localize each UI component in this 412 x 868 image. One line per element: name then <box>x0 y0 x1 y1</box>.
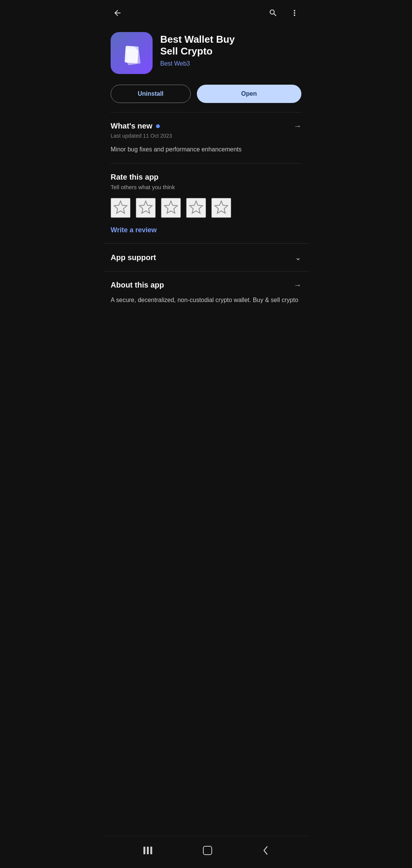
back-button[interactable] <box>111 6 124 20</box>
write-review-button[interactable]: Write a review <box>111 226 157 234</box>
app-support-header[interactable]: App support ⌄ <box>111 253 301 262</box>
whats-new-header[interactable]: What's new → <box>111 122 301 130</box>
svg-rect-5 <box>150 847 152 854</box>
app-header: Best Wallet BuySell Crypto Best Web3 <box>103 26 309 82</box>
bottom-nav-bar <box>103 836 309 868</box>
about-app-description: A secure, decentralized, non-custodial c… <box>111 296 301 305</box>
open-button[interactable]: Open <box>197 85 302 103</box>
new-indicator-dot <box>156 124 160 128</box>
rate-app-title: Rate this app <box>111 173 301 182</box>
star-4-button[interactable] <box>186 198 206 218</box>
stars-row <box>111 198 301 218</box>
app-name: Best Wallet BuySell Crypto <box>160 34 301 57</box>
svg-rect-3 <box>143 847 145 854</box>
svg-rect-6 <box>203 846 212 855</box>
app-support-section: App support ⌄ <box>103 243 309 271</box>
star-3-button[interactable] <box>161 198 181 218</box>
home-nav-button[interactable] <box>195 842 220 858</box>
whats-new-arrow-icon: → <box>294 122 301 130</box>
rate-app-subtitle: Tell others what you think <box>111 184 301 190</box>
app-icon <box>111 32 153 74</box>
app-developer: Best Web3 <box>160 60 301 67</box>
about-app-header[interactable]: About this app → <box>111 281 301 289</box>
star-1-button[interactable] <box>111 198 130 218</box>
about-app-title: About this app <box>111 281 164 289</box>
star-5-button[interactable] <box>211 198 231 218</box>
whats-new-title: What's new <box>111 122 152 130</box>
app-support-title: App support <box>111 253 156 262</box>
recents-nav-button[interactable] <box>135 843 161 858</box>
search-button[interactable] <box>266 6 280 20</box>
more-options-button[interactable] <box>288 6 301 20</box>
back-nav-button[interactable] <box>254 842 277 859</box>
action-buttons: Uninstall Open <box>103 82 309 112</box>
star-2-button[interactable] <box>136 198 156 218</box>
whats-new-section: What's new → Last updated 11 Oct 2023 Mi… <box>103 113 309 163</box>
top-bar <box>103 0 309 26</box>
chevron-down-icon: ⌄ <box>295 253 301 262</box>
rate-app-section: Rate this app Tell others what you think <box>103 164 309 243</box>
about-app-section: About this app → A secure, decentralized… <box>103 271 309 314</box>
whats-new-date: Last updated 11 Oct 2023 <box>111 133 301 139</box>
svg-rect-4 <box>147 847 149 854</box>
app-info: Best Wallet BuySell Crypto Best Web3 <box>160 32 301 67</box>
uninstall-button[interactable]: Uninstall <box>111 85 191 103</box>
about-app-arrow-icon: → <box>294 281 301 289</box>
whats-new-description: Minor bug fixes and performance enhancem… <box>111 145 301 154</box>
